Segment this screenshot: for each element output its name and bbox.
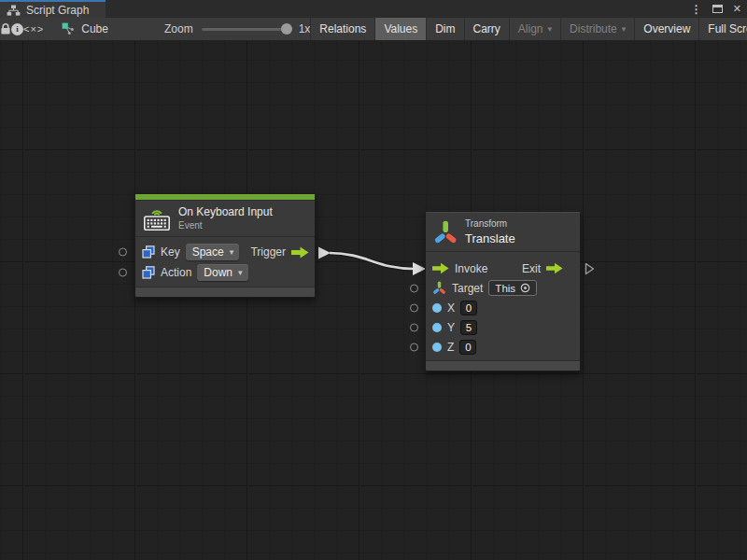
- graph-canvas[interactable]: On Keyboard Input Event Key Space ▾: [0, 41, 747, 560]
- transform-type-icon: [432, 281, 446, 295]
- port-label: Y: [447, 321, 455, 334]
- port-label: Action: [161, 266, 191, 279]
- exit-port-triangle[interactable]: [585, 262, 595, 275]
- tab-label: Script Graph: [26, 4, 89, 17]
- button-label: Values: [384, 22, 417, 35]
- target-value: This: [495, 283, 515, 294]
- control-arrow-icon[interactable]: [291, 246, 309, 259]
- zoom-control: Zoom 1x: [164, 18, 310, 40]
- input-port-y[interactable]: [410, 323, 418, 331]
- node-titles: On Keyboard Input Event: [178, 206, 273, 231]
- node-footer: [426, 360, 580, 371]
- target-object-button[interactable]: This: [488, 280, 537, 296]
- node-body: Key Space ▾ Trigger: [135, 236, 315, 287]
- x-value-field[interactable]: 0: [460, 301, 477, 315]
- node-titles: Transform Translate: [465, 218, 515, 245]
- tab-bar: Script Graph ⋮ ✕: [0, 0, 747, 18]
- button-label: Relations: [319, 22, 366, 35]
- zoom-slider[interactable]: [202, 28, 289, 31]
- zoom-level: 1x: [299, 22, 311, 35]
- caret-down-icon: ▾: [238, 269, 243, 277]
- key-dropdown[interactable]: Space ▾: [186, 244, 240, 260]
- lock-icon: [0, 22, 11, 35]
- toolbar-button-relations[interactable]: Relations: [310, 18, 374, 40]
- toolbar-button-overview[interactable]: Overview: [634, 18, 698, 40]
- input-port-target[interactable]: [410, 284, 418, 292]
- button-label: Dim: [435, 22, 455, 35]
- action-dropdown[interactable]: Down ▾: [197, 264, 247, 281]
- node-on-keyboard-input[interactable]: On Keyboard Input Event Key Space ▾: [134, 193, 316, 298]
- zoom-slider-handle[interactable]: [281, 23, 292, 35]
- button-label: Align: [518, 22, 543, 35]
- keyboard-event-icon: [143, 205, 171, 231]
- port-label: Target: [452, 282, 483, 295]
- toolbar-button-fullscreen[interactable]: Full Screen: [698, 18, 747, 40]
- node-body: Invoke Exit: [426, 251, 580, 360]
- code-icon: <×>: [23, 23, 44, 35]
- float-port-icon: [432, 343, 442, 352]
- port-row-invoke: Invoke Exit: [426, 259, 580, 278]
- caret-down-icon: ▾: [622, 25, 627, 34]
- node-header: Transform Translate: [426, 213, 580, 251]
- control-arrow-icon[interactable]: [546, 262, 563, 274]
- code-view-button[interactable]: <×>: [23, 18, 44, 40]
- z-value-field[interactable]: 0: [459, 340, 476, 355]
- info-button[interactable]: i: [11, 18, 23, 40]
- zoom-label: Zoom: [164, 22, 193, 35]
- wire-end-arrow: [413, 262, 426, 275]
- wire-start-arrow: [318, 247, 331, 259]
- node-footer: [135, 287, 315, 297]
- button-label: Distribute: [570, 22, 617, 35]
- dropdown-value: Down: [204, 266, 233, 279]
- port-row-y: Y 5: [426, 317, 580, 337]
- graph-icon: [7, 5, 21, 16]
- node-title: Translate: [465, 231, 515, 245]
- script-graph-window: Script Graph ⋮ ✕ i <×>: [0, 0, 747, 560]
- window-controls: ⋮ ✕: [691, 0, 741, 18]
- input-port-x[interactable]: [410, 303, 418, 312]
- node-transform-translate[interactable]: Transform Translate Invoke Exit: [425, 212, 581, 371]
- node-category: Transform: [465, 218, 515, 229]
- float-port-icon: [432, 303, 442, 313]
- y-value-field[interactable]: 5: [460, 320, 477, 335]
- port-label: Key: [161, 245, 180, 259]
- event-accent-bar: [135, 194, 315, 201]
- input-port-key[interactable]: [119, 248, 127, 257]
- float-port-icon: [432, 323, 442, 332]
- button-label: Full Screen: [708, 22, 747, 35]
- enum-type-icon: [142, 245, 155, 259]
- output-label: Trigger: [250, 245, 286, 259]
- button-label: Overview: [643, 22, 690, 35]
- maximize-icon[interactable]: [712, 5, 723, 13]
- toolbar-button-distribute[interactable]: Distribute ▾: [560, 18, 634, 40]
- context-label: Cube: [81, 22, 108, 35]
- caret-down-icon: ▾: [548, 25, 553, 34]
- toolbar-button-carry[interactable]: Carry: [464, 18, 509, 40]
- node-title: On Keyboard Input: [178, 206, 273, 219]
- node-header: On Keyboard Input Event: [135, 201, 315, 236]
- node-subtitle: Event: [178, 220, 273, 231]
- exit-label: Exit: [522, 262, 541, 275]
- window-menu-icon[interactable]: ⋮: [691, 4, 702, 15]
- transform-icon: [433, 219, 458, 245]
- port-row-action: Action Down ▾: [135, 262, 315, 283]
- port-row-target: Target This: [426, 278, 580, 298]
- toolbar-button-dim[interactable]: Dim: [426, 18, 463, 40]
- toolbar-button-align[interactable]: Align ▾: [509, 18, 560, 40]
- close-icon[interactable]: ✕: [733, 4, 741, 14]
- input-port-action[interactable]: [119, 269, 127, 277]
- info-icon: i: [11, 23, 23, 35]
- button-label: Carry: [473, 22, 500, 35]
- toolbar-button-values[interactable]: Values: [374, 18, 426, 40]
- enum-type-icon: [142, 266, 155, 279]
- port-label: X: [447, 301, 455, 315]
- graph-toolbar: i <×> Cube Zoom 1x Relations: [0, 18, 747, 41]
- dropdown-value: Space: [192, 245, 224, 259]
- exit-output: Exit: [522, 262, 563, 275]
- graph-context[interactable]: Cube: [62, 18, 108, 40]
- tab-script-graph[interactable]: Script Graph: [0, 0, 106, 18]
- control-arrow-icon[interactable]: [432, 262, 449, 274]
- input-port-z[interactable]: [410, 343, 418, 351]
- lock-button[interactable]: [0, 18, 11, 40]
- caret-down-icon: ▾: [230, 248, 234, 257]
